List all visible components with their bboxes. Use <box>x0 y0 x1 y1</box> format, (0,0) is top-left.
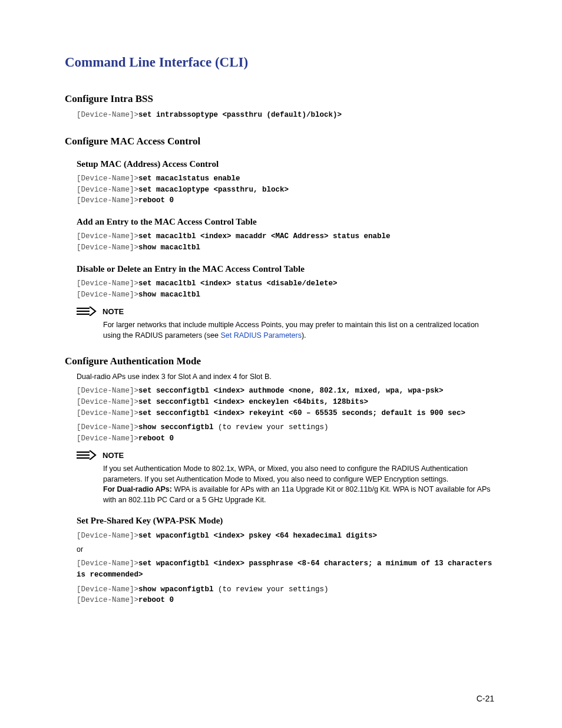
cli-prompt: [Device-Name]> <box>77 291 138 299</box>
cli-command: set wpaconfigtbl <index> pskey <64 hexad… <box>138 532 377 540</box>
or-text: or <box>77 545 497 555</box>
subheading-disable-delete: Disable or Delete an Entry in the MAC Ac… <box>77 263 497 275</box>
cli-command: set macacltbl <index> macaddr <MAC Addre… <box>138 232 391 241</box>
cli-command: reboot 0 <box>138 196 174 205</box>
cli-command: reboot 0 <box>138 434 174 443</box>
cli-command: set secconfigtbl <index> rekeyint <60 – … <box>138 409 465 417</box>
code-block: [Device-Name]>show secconfigtbl (to revi… <box>77 422 497 444</box>
note-text-tail: ). <box>302 331 306 340</box>
cli-command: set secconfigtbl <index> enckeylen <64bi… <box>138 398 368 406</box>
cli-command: show secconfigtbl <box>138 423 214 431</box>
note-body: If you set Authentication Mode to 802.1x… <box>103 464 497 505</box>
note-block: NOTE <box>77 307 497 317</box>
subheading-add-entry: Add an Entry to the MAC Access Control T… <box>77 216 497 228</box>
section-heading-intra-bss: Configure Intra BSS <box>65 93 497 106</box>
cli-command: set macaclstatus enable <box>138 174 240 183</box>
subheading-psk: Set Pre-Shared Key (WPA-PSK Mode) <box>77 515 497 526</box>
code-block: [Device-Name]>set secconfigtbl <index> a… <box>77 386 497 419</box>
cli-command: set macacloptype <passthru, block> <box>138 186 289 194</box>
cli-prompt: [Device-Name]> <box>77 596 138 604</box>
cli-prompt: [Device-Name]> <box>77 398 138 406</box>
cli-command: set secconfigtbl <index> authmode <none,… <box>138 387 444 395</box>
cli-prompt: [Device-Name]> <box>77 585 138 594</box>
code-block: [Device-Name]>set macacltbl <index> maca… <box>77 231 497 253</box>
cli-command: set intrabssoptype <passthru (default)/b… <box>138 111 342 119</box>
note-block: NOTE <box>77 450 497 461</box>
cli-prompt: [Device-Name]> <box>77 387 138 395</box>
note-arrow-icon <box>77 450 97 460</box>
section-heading-mac: Configure MAC Access Control <box>65 135 497 149</box>
cli-prompt: [Device-Name]> <box>77 186 138 194</box>
note-label: NOTE <box>103 450 124 461</box>
section-heading-auth: Configure Authentication Mode <box>65 355 497 368</box>
cli-prompt: [Device-Name]> <box>77 409 138 417</box>
inline-note: (to review your settings) <box>214 423 329 431</box>
note-label: NOTE <box>103 307 124 317</box>
cli-prompt: [Device-Name]> <box>77 279 138 288</box>
cli-prompt: [Device-Name]> <box>77 532 138 540</box>
code-block: [Device-Name]>set intrabssoptype <passth… <box>77 110 497 121</box>
code-block: [Device-Name]>show wpaconfigtbl (to revi… <box>77 584 497 607</box>
code-block: [Device-Name]>set wpaconfigtbl <index> p… <box>77 531 497 542</box>
note-bold: For Dual-radio APs: <box>103 485 172 493</box>
inline-note: (to review your settings) <box>214 585 329 594</box>
code-block: [Device-Name]>set wpaconfigtbl <index> p… <box>77 558 497 581</box>
note-arrow-icon <box>77 307 97 316</box>
cli-command: show wpaconfigtbl <box>138 585 214 594</box>
cli-prompt: [Device-Name]> <box>77 232 138 241</box>
cli-prompt: [Device-Name]> <box>77 111 138 119</box>
note-body: For larger networks that include multipl… <box>103 320 497 341</box>
cli-prompt: [Device-Name]> <box>77 434 138 443</box>
cli-command: reboot 0 <box>138 596 174 604</box>
subheading-setup-mac: Setup MAC (Address) Access Control <box>77 158 497 170</box>
cli-command: show macacltbl <box>138 291 200 299</box>
cli-command: set macacltbl <index> status <disable/de… <box>138 279 338 288</box>
cli-prompt: [Device-Name]> <box>77 243 138 252</box>
cli-prompt: [Device-Name]> <box>77 174 138 183</box>
note-text: If you set Authentication Mode to 802.1x… <box>103 465 468 483</box>
cli-command: set wpaconfigtbl <index> passphrase <8-6… <box>77 559 492 579</box>
cli-prompt: [Device-Name]> <box>77 559 138 568</box>
cli-command: show macacltbl <box>138 243 200 252</box>
link-set-radius-parameters[interactable]: Set RADIUS Parameters <box>220 331 302 340</box>
code-block: [Device-Name]>set macaclstatus enable [D… <box>77 173 497 206</box>
cli-prompt: [Device-Name]> <box>77 196 138 205</box>
page-title: Command Line Interface (CLI) <box>65 53 497 71</box>
cli-prompt: [Device-Name]> <box>77 423 138 431</box>
body-text: Dual-radio APs use index 3 for Slot A an… <box>77 372 497 382</box>
code-block: [Device-Name]>set macacltbl <index> stat… <box>77 278 497 301</box>
